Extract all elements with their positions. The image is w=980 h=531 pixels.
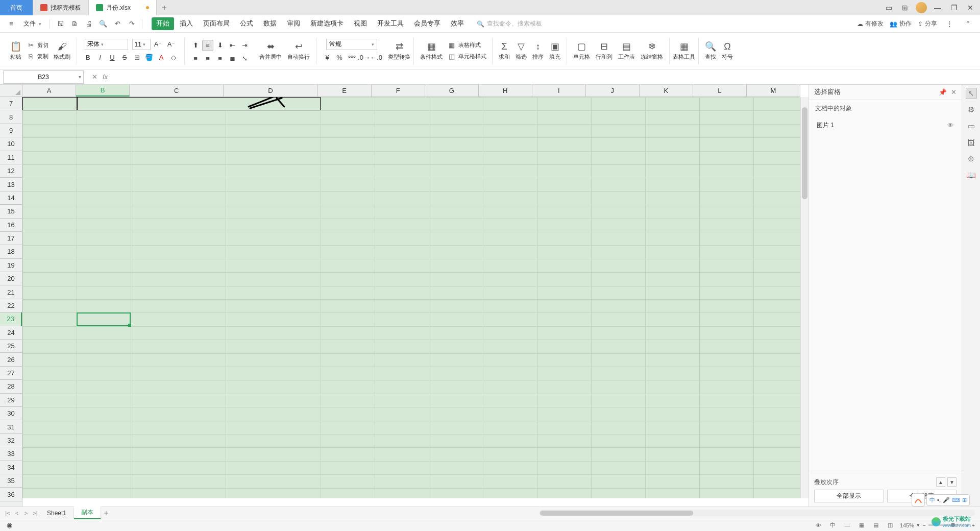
hamburger-icon[interactable]: ≡ (5, 18, 17, 30)
sum-button[interactable]: Σ求和 (497, 40, 512, 62)
send-backward-button[interactable]: ▼ (947, 477, 957, 487)
tab-templates[interactable]: 找稻壳模板 (33, 0, 89, 15)
ime-logo-icon[interactable] (912, 493, 925, 506)
list-item[interactable]: 图片 1 👁 (815, 119, 955, 132)
freeze-button[interactable]: ❄冻结窗格 (639, 40, 665, 62)
tab-view[interactable]: 视图 (349, 17, 372, 30)
scrollbar-thumb[interactable] (802, 107, 807, 199)
copy-button[interactable]: ⎘复制 (25, 51, 50, 62)
clear-format-button[interactable]: ◇ (168, 52, 179, 63)
indent-increase-icon[interactable]: ⇥ (239, 40, 250, 51)
row-header[interactable]: 29 (0, 394, 22, 407)
vertical-scrollbar[interactable] (800, 97, 808, 498)
align-justify-icon[interactable]: ≣ (227, 53, 238, 64)
row-header[interactable]: 13 (0, 178, 22, 191)
column-header[interactable]: A (22, 85, 76, 96)
last-sheet-icon[interactable]: >| (31, 509, 40, 518)
select-icon[interactable]: ▭ (966, 120, 977, 132)
tab-member[interactable]: 会员专享 (409, 17, 445, 30)
name-box[interactable]: ▾ (3, 70, 84, 84)
cell-button[interactable]: ▢单元格 (571, 40, 592, 62)
sheet-tab[interactable]: Sheet1 (40, 508, 74, 518)
eye-mode-icon[interactable]: 👁 (814, 521, 823, 530)
record-icon[interactable]: ◉ (5, 521, 13, 529)
row-header[interactable]: 22 (0, 299, 22, 312)
more-icon[interactable]: ⋮ (943, 18, 955, 30)
currency-icon[interactable]: ¥ (322, 52, 333, 63)
chevron-down-icon[interactable]: ▾ (79, 74, 81, 80)
column-header[interactable]: K (640, 85, 693, 96)
cell-style-button[interactable]: ◫单元格样式 (446, 51, 488, 62)
add-tab-button[interactable]: ＋ (157, 3, 172, 13)
align-right-icon[interactable]: ≡ (214, 53, 226, 64)
dec-dec-icon[interactable]: ←.0 (371, 52, 382, 63)
worksheet-button[interactable]: ▤工作表 (616, 40, 637, 62)
type-convert-button[interactable]: ⇄类型转换 (386, 40, 412, 62)
location-icon[interactable]: ⊕ (966, 153, 977, 164)
settings-icon[interactable]: ⚙ (966, 104, 977, 115)
next-sheet-icon[interactable]: > (21, 509, 31, 518)
row-header[interactable]: 34 (0, 461, 22, 474)
ime-lang-icon[interactable]: 中 (929, 496, 935, 504)
sort-button[interactable]: ↕排序 (530, 40, 546, 62)
table-tools-button[interactable]: ▦表格工具 (671, 40, 697, 62)
sheet-tab[interactable]: 副本 (74, 506, 101, 519)
column-header[interactable]: J (586, 85, 640, 96)
scrollbar-thumb[interactable] (540, 511, 693, 516)
file-menu[interactable]: 文件▾ (19, 19, 45, 28)
zoom-in-icon[interactable]: + (972, 522, 975, 528)
tab-start[interactable]: 开始 (152, 17, 174, 30)
border-button[interactable]: ⊞ (131, 52, 142, 63)
row-header[interactable]: 31 (0, 420, 22, 433)
column-headers[interactable]: ABCDEFGHIJKLM (22, 85, 800, 97)
percent-icon[interactable]: % (334, 52, 345, 63)
row-header[interactable]: 26 (0, 353, 22, 366)
row-headers[interactable]: 7891011121314151617181920212223242526272… (0, 97, 22, 506)
layout-icon[interactable]: ▭ (883, 2, 894, 13)
decrease-font-icon[interactable]: A⁻ (166, 39, 177, 50)
ime-keyboard-icon[interactable]: ⌨ (952, 497, 960, 503)
redo-icon[interactable]: ↷ (126, 18, 138, 30)
column-header[interactable]: I (532, 85, 586, 96)
ime-grid-icon[interactable]: ⊞ (962, 497, 967, 503)
fill-color-button[interactable]: 🪣 (143, 52, 155, 63)
column-header[interactable]: B (76, 85, 130, 96)
column-header[interactable]: D (224, 85, 317, 96)
saveas-icon[interactable]: 🗎 (68, 18, 81, 30)
merge-button[interactable]: ⬌合并居中 (257, 40, 284, 62)
font-color-button[interactable]: A (156, 52, 167, 63)
align-middle-icon[interactable]: ≡ (202, 40, 213, 51)
changes-indicator[interactable]: ☁有修改 (857, 19, 884, 28)
collab-button[interactable]: 👥协作 (890, 19, 912, 28)
row-header[interactable]: 33 (0, 447, 22, 461)
ime-toolbar[interactable]: 中 •, 🎤 ⌨ ⊞ (926, 494, 970, 506)
apps-icon[interactable]: ⊞ (899, 2, 911, 13)
row-header[interactable]: 7 (0, 97, 22, 110)
minimize-icon[interactable]: — (932, 2, 943, 13)
dec-inc-icon[interactable]: .0→ (358, 52, 370, 63)
tab-layout[interactable]: 页面布局 (199, 17, 234, 30)
row-header[interactable]: 11 (0, 151, 22, 164)
cell-grid[interactable] (22, 97, 800, 498)
horizontal-scrollbar[interactable] (539, 510, 975, 516)
name-box-input[interactable] (4, 74, 83, 81)
tab-dev[interactable]: 开发工具 (373, 17, 408, 30)
chinese-mode-icon[interactable]: 中 (828, 521, 838, 530)
tab-insert[interactable]: 插入 (175, 17, 198, 30)
tab-formula[interactable]: 公式 (235, 17, 258, 30)
align-bottom-icon[interactable]: ⬇ (214, 40, 226, 51)
strike-button[interactable]: S (119, 52, 130, 63)
row-header[interactable]: 20 (0, 272, 22, 285)
row-header[interactable]: 25 (0, 340, 22, 353)
row-header[interactable]: 35 (0, 474, 22, 488)
font-size-combo[interactable]: 11▾ (132, 39, 151, 50)
increase-font-icon[interactable]: A⁺ (153, 39, 164, 50)
page-view-icon[interactable]: ▤ (871, 521, 880, 530)
table-style-button[interactable]: ▦表格样式 (446, 40, 488, 51)
symbol-button[interactable]: Ω符号 (720, 40, 735, 62)
preview-icon[interactable]: 🔍 (97, 18, 109, 30)
tab-efficiency[interactable]: 效率 (446, 17, 469, 30)
row-header[interactable]: 14 (0, 191, 22, 205)
column-header[interactable]: L (693, 85, 747, 96)
grid-view-icon[interactable]: ▦ (857, 521, 866, 530)
